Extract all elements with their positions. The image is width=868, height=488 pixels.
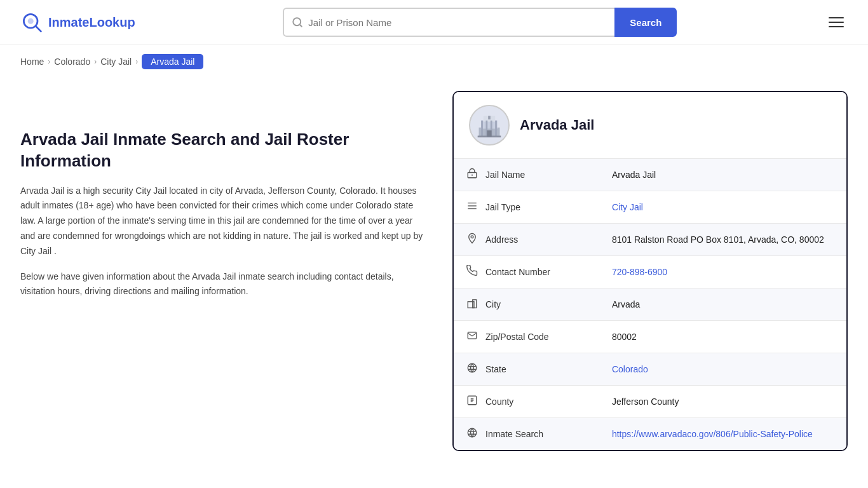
table-row: CountyJefferson County [454,386,846,418]
row-label: Contact Number [485,267,550,277]
svg-rect-6 [481,121,498,129]
info-card: Arvada Jail Jail NameArvada JailJail Typ… [452,91,848,451]
breadcrumb-colorado[interactable]: Colorado [54,57,90,67]
search-icon [292,17,303,28]
table-row: Inmate Searchhttps://www.arvadaco.gov/80… [454,418,846,451]
svg-point-20 [471,236,473,238]
value-link[interactable]: 720-898-6900 [612,267,667,277]
right-column: Arvada Jail Jail NameArvada JailJail Typ… [452,91,848,451]
table-row: Jail NameArvada Jail [454,159,846,191]
value-cell: City Jail [599,191,846,224]
row-label: State [485,364,506,374]
hamburger-line-3 [829,26,844,27]
label-cell: State [454,353,599,386]
table-row: StateColorado [454,353,846,386]
svg-point-30 [468,428,477,437]
logo-icon [20,11,43,34]
label-cell: Contact Number [454,256,599,288]
page-description-1: Arvada Jail is a high security City Jail… [20,184,427,259]
logo[interactable]: InmateLookup [20,11,135,34]
value-cell: https://www.arvadaco.gov/806/Public-Safe… [599,418,846,451]
search-input[interactable] [308,17,607,28]
value-cell: Arvada Jail [599,159,846,191]
svg-line-1 [36,26,41,31]
value-cell: Arvada [599,288,846,321]
left-column: Arvada Jail Inmate Search and Jail Roste… [20,91,427,451]
search-button[interactable]: Search [614,8,677,37]
value-cell: 8101 Ralston Road PO Box 8101, Arvada, C… [599,224,846,256]
row-label: Inmate Search [485,429,543,439]
chevron-icon-1: › [48,57,50,66]
svg-rect-21 [468,302,474,308]
building-icon [475,111,503,139]
svg-point-28 [468,363,477,372]
value-link[interactable]: https://www.arvadaco.gov/806/Public-Safe… [612,429,813,439]
breadcrumb-home[interactable]: Home [20,57,44,67]
zip-icon [466,330,478,344]
table-row: Address8101 Ralston Road PO Box 8101, Ar… [454,224,846,256]
value-cell: Jefferson County [599,386,846,418]
value-cell: Colorado [599,353,846,386]
info-table: Jail NameArvada JailJail TypeCity JailAd… [454,158,846,450]
hamburger-line-2 [829,22,844,23]
table-row: Contact Number720-898-6900 [454,256,846,288]
svg-rect-9 [481,121,483,137]
svg-point-2 [28,18,34,24]
breadcrumb-current: Arvada Jail [142,54,203,69]
label-cell: County [454,386,599,418]
label-cell: Address [454,224,599,256]
hamburger-menu[interactable] [825,13,848,31]
row-label: County [485,396,513,407]
breadcrumb-city-jail[interactable]: City Jail [100,57,132,67]
row-label: Jail Name [485,170,525,180]
state-icon [466,362,478,376]
page-description-2: Below we have given information about th… [20,269,427,300]
row-label: City [485,299,501,309]
county-icon [466,395,478,409]
table-row: Jail TypeCity Jail [454,191,846,224]
value-link[interactable]: Colorado [612,364,648,374]
row-label: Zip/Postal Code [485,332,549,342]
value-link[interactable]: City Jail [612,202,643,212]
jail-card-name: Arvada Jail [520,117,594,133]
chevron-icon-2: › [94,57,97,66]
value-cell: 80002 [599,321,846,353]
phone-icon [466,265,478,279]
svg-line-4 [300,24,302,26]
chevron-icon-3: › [135,57,138,66]
svg-rect-12 [495,121,497,137]
label-cell: Jail Name [454,159,599,191]
svg-rect-22 [473,300,477,308]
address-icon [466,233,478,247]
card-header: Arvada Jail [454,92,846,158]
city-icon [466,297,478,311]
page-title: Arvada Jail Inmate Search and Jail Roste… [20,129,427,172]
row-label: Jail Type [485,202,520,212]
jail-avatar [469,105,510,146]
svg-rect-14 [487,130,491,137]
logo-text: InmateLookup [48,15,135,30]
table-row: CityArvada [454,288,846,321]
hamburger-line-1 [829,17,844,18]
table-row: Zip/Postal Code80002 [454,321,846,353]
label-cell: Jail Type [454,191,599,224]
inmate-icon [466,427,478,441]
label-cell: City [454,288,599,321]
main-content: Arvada Jail Inmate Search and Jail Roste… [0,78,868,477]
svg-rect-8 [488,116,491,119]
jail-icon [466,168,478,182]
search-input-wrapper [283,8,614,37]
row-label: Address [485,234,518,245]
label-cell: Zip/Postal Code [454,321,599,353]
label-cell: Inmate Search [454,418,599,451]
value-cell: 720-898-6900 [599,256,846,288]
type-icon [466,200,478,214]
search-bar: Search [283,8,677,37]
header: InmateLookup Search [0,0,868,45]
breadcrumb: Home › Colorado › City Jail › Arvada Jai… [0,45,868,78]
